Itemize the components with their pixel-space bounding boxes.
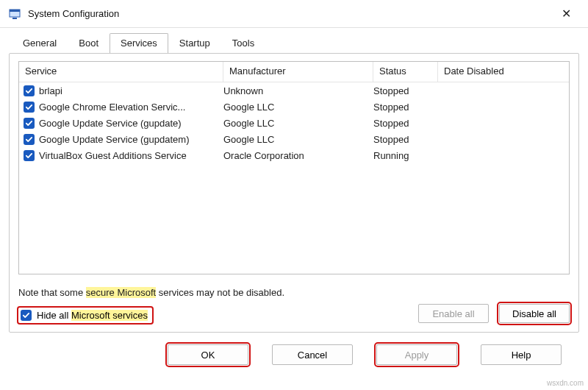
window-title: System Configuration bbox=[28, 8, 551, 19]
service-status: Running bbox=[373, 150, 438, 161]
column-header-manufacturer[interactable]: Manufacturer bbox=[223, 62, 373, 82]
note-pre: Note that some bbox=[18, 287, 86, 298]
listview-header: Service Manufacturer Status Date Disable… bbox=[19, 62, 569, 82]
cancel-button[interactable]: Cancel bbox=[272, 344, 353, 365]
tab-boot[interactable]: Boot bbox=[68, 33, 110, 54]
service-name: Google Update Service (gupdatem) bbox=[39, 134, 190, 145]
service-name: Google Update Service (gupdate) bbox=[39, 118, 182, 129]
service-name: Google Chrome Elevation Servic... bbox=[39, 102, 185, 113]
checkbox-icon[interactable] bbox=[24, 118, 35, 129]
checkbox-icon[interactable] bbox=[24, 150, 35, 161]
service-manufacturer: Oracle Corporation bbox=[223, 150, 373, 161]
checkbox-icon[interactable] bbox=[24, 134, 35, 145]
note-post: services may not be disabled. bbox=[156, 287, 284, 298]
service-status: Stopped bbox=[373, 118, 438, 129]
services-panel: Service Manufacturer Status Date Disable… bbox=[9, 53, 579, 333]
table-row[interactable]: VirtualBox Guest Additions ServiceOracle… bbox=[19, 147, 569, 163]
titlebar: System Configuration ✕ bbox=[0, 0, 588, 28]
column-header-service[interactable]: Service bbox=[19, 62, 223, 82]
disable-note: Note that some secure Microsoft services… bbox=[18, 287, 284, 298]
tab-services[interactable]: Services bbox=[110, 33, 168, 54]
close-button[interactable]: ✕ bbox=[551, 3, 581, 25]
tab-general[interactable]: General bbox=[12, 33, 68, 54]
dialog-buttons: OK Cancel Apply Help bbox=[9, 333, 579, 365]
table-row[interactable]: Google Update Service (gupdate)Google LL… bbox=[19, 115, 569, 131]
disable-all-button[interactable]: Disable all bbox=[499, 304, 570, 323]
listview-body: brlapiUnknownStoppedGoogle Chrome Elevat… bbox=[19, 82, 569, 163]
table-row[interactable]: Google Update Service (gupdatem)Google L… bbox=[19, 131, 569, 147]
app-icon bbox=[9, 8, 21, 20]
checkbox-icon bbox=[21, 310, 32, 321]
service-status: Stopped bbox=[373, 85, 438, 96]
services-listview[interactable]: Service Manufacturer Status Date Disable… bbox=[18, 61, 570, 274]
enable-all-button[interactable]: Enable all bbox=[418, 304, 489, 323]
table-row[interactable]: Google Chrome Elevation Servic...Google … bbox=[19, 99, 569, 115]
note-highlight: secure Microsoft bbox=[86, 287, 156, 298]
tab-tools[interactable]: Tools bbox=[221, 33, 265, 54]
service-manufacturer: Google LLC bbox=[223, 118, 373, 129]
service-status: Stopped bbox=[373, 102, 438, 113]
help-button[interactable]: Help bbox=[481, 344, 562, 365]
service-manufacturer: Google LLC bbox=[223, 134, 373, 145]
hide-label: Hide all Microsoft services bbox=[37, 310, 148, 321]
ok-button[interactable]: OK bbox=[168, 344, 248, 365]
service-name: VirtualBox Guest Additions Service bbox=[39, 150, 187, 161]
apply-button[interactable]: Apply bbox=[376, 344, 457, 365]
table-row[interactable]: brlapiUnknownStopped bbox=[19, 82, 569, 99]
column-header-status[interactable]: Status bbox=[373, 62, 438, 82]
panel-buttons: Enable all Disable all bbox=[418, 304, 570, 323]
service-status: Stopped bbox=[373, 134, 438, 145]
svg-rect-2 bbox=[12, 18, 17, 19]
service-manufacturer: Google LLC bbox=[223, 102, 373, 113]
service-manufacturer: Unknown bbox=[223, 85, 373, 96]
checkbox-icon[interactable] bbox=[24, 102, 35, 113]
tab-startup[interactable]: Startup bbox=[168, 33, 221, 54]
service-name: brlapi bbox=[39, 85, 62, 96]
hide-microsoft-services-checkbox[interactable]: Hide all Microsoft services bbox=[17, 306, 154, 325]
tabstrip: General Boot Services Startup Tools bbox=[12, 32, 579, 53]
watermark: wsxdn.com bbox=[547, 379, 584, 387]
checkbox-icon[interactable] bbox=[24, 85, 35, 96]
svg-rect-1 bbox=[10, 10, 20, 12]
column-header-date-disabled[interactable]: Date Disabled bbox=[438, 62, 569, 82]
